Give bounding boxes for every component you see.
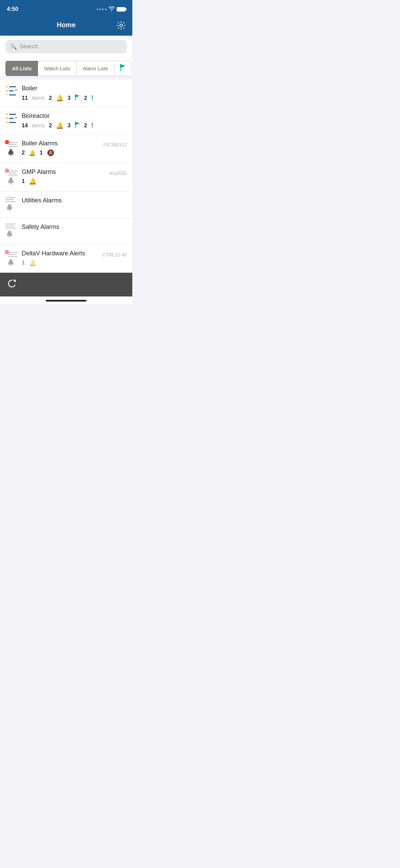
svg-point-0 — [120, 24, 122, 27]
alarm-count: 2 — [49, 123, 52, 129]
search-bar[interactable]: 🔍 Search — [5, 40, 127, 53]
item-count-label: items — [32, 123, 45, 129]
svg-rect-3 — [75, 94, 76, 100]
app-header: Home — [0, 17, 132, 36]
list-item[interactable]: Boiler Alarms FIC350112 2 🔔 1 🔕 — [0, 134, 132, 163]
list-item[interactable]: Safety Alarms — [0, 218, 132, 245]
page-title: Home — [57, 21, 76, 29]
tab-flagged[interactable] — [115, 61, 131, 76]
item-name: GMP Alarms — [22, 168, 56, 176]
svg-marker-6 — [76, 122, 80, 125]
alarm-list-icon — [5, 223, 18, 239]
search-container: 🔍 Search — [0, 36, 132, 57]
bell-outline-icon: 🔔 — [29, 259, 36, 267]
exclaim-icon: ! — [91, 94, 94, 102]
alarm-list-icon — [5, 197, 18, 213]
battery-icon — [117, 7, 126, 12]
item-name: Boiler Alarms — [22, 140, 58, 147]
item-name: Utilities Alarms — [22, 197, 62, 204]
status-time: 4:50 — [7, 6, 18, 13]
refresh-button[interactable] — [7, 278, 17, 291]
item-stats-partial: 1 🔔 — [22, 259, 127, 267]
exclaim-count: 2 — [84, 95, 87, 101]
settings-icon[interactable] — [117, 21, 126, 32]
search-placeholder: Search — [20, 43, 38, 50]
status-bar: 4:50 — [0, 0, 132, 17]
alarm-list-icon — [5, 168, 18, 186]
item-stats: 14 items 2 🔔 3 2 ! — [22, 122, 127, 129]
signal-dots-icon — [97, 8, 107, 10]
item-name: Boiler — [22, 85, 37, 92]
home-indicator — [0, 296, 132, 304]
item-tag: AI14532 — [109, 170, 127, 176]
item-tag: FIC350112 — [103, 142, 127, 147]
tab-watch-lists[interactable]: Watch Lists — [38, 61, 77, 76]
flag-icon — [75, 122, 80, 129]
svg-marker-4 — [76, 94, 80, 97]
item-stats: 11 items 2 🔔 3 2 ! — [22, 94, 127, 102]
search-icon: 🔍 — [10, 43, 17, 50]
list-item[interactable]: ★ ★ ★ Boiler 11 item — [0, 79, 132, 107]
item-count-label: items — [32, 95, 45, 101]
alarm-list-icon — [5, 140, 18, 158]
watch-list-icon: ★ ★ ★ — [5, 112, 18, 125]
bell-icon: 🔔 — [56, 122, 63, 129]
item-stats: 1 🔔 — [22, 178, 127, 185]
alarm-count: 2 — [49, 95, 52, 101]
bell-outline-icon: 🔔 — [29, 178, 36, 185]
exclaim-count: 2 — [84, 123, 87, 129]
list-item[interactable]: Utilities Alarms — [0, 192, 132, 218]
flag-count: 3 — [68, 123, 71, 129]
home-bar — [46, 300, 87, 302]
svg-rect-1 — [120, 64, 121, 71]
list-item[interactable]: ★ ★ ★ Bioreactor 14 — [0, 107, 132, 134]
item-name: Bioreactor — [22, 112, 50, 120]
flag-icon — [75, 94, 80, 102]
muted-count: 1 — [40, 150, 43, 156]
list-item[interactable]: DeltaV Hardware Alerts CTRL12-45 1 🔔 — [0, 245, 132, 273]
item-name: Safety Alarms — [22, 223, 59, 230]
wifi-icon — [109, 6, 115, 12]
item-name: DeltaV Hardware Alerts — [22, 250, 85, 257]
lists-container: ★ ★ ★ Boiler 11 item — [0, 79, 132, 273]
item-stats: 2 🔔 1 🔕 — [22, 149, 127, 157]
alarm-list-icon — [5, 250, 18, 268]
status-icons — [97, 6, 126, 12]
svg-rect-5 — [75, 122, 76, 128]
svg-marker-2 — [121, 64, 126, 68]
flag-count: 3 — [68, 95, 71, 101]
alarm-count: 1 — [22, 178, 25, 184]
alarm-count: 1 — [22, 260, 25, 266]
list-item[interactable]: GMP Alarms AI14532 1 🔔 — [0, 163, 132, 192]
bottom-toolbar — [0, 273, 132, 296]
bell-icon: 🔔 — [29, 150, 36, 156]
tab-all-lists[interactable]: All Lists — [5, 61, 38, 76]
watch-list-icon: ★ ★ ★ — [5, 85, 18, 97]
item-count: 11 — [22, 95, 28, 101]
item-tag: CTRL12-45 — [102, 252, 127, 257]
flag-filter-icon — [119, 64, 126, 73]
tab-alarm-lists[interactable]: Alarm Lists — [77, 61, 114, 76]
muted-bell-icon: 🔕 — [47, 149, 54, 157]
exclaim-icon: ! — [91, 122, 94, 129]
alarm-count: 2 — [22, 150, 25, 156]
bell-icon: 🔔 — [56, 94, 63, 102]
item-count: 14 — [22, 123, 28, 129]
